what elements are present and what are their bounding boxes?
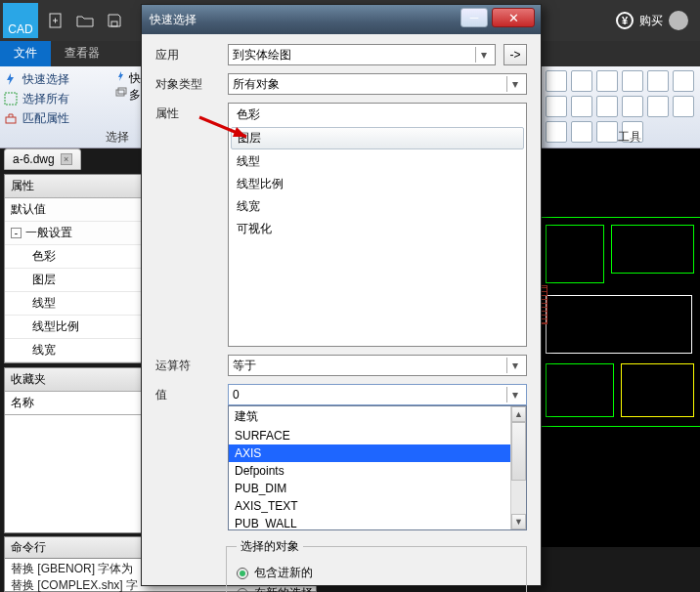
ribbon-match-props[interactable]: 匹配属性 xyxy=(4,108,141,128)
tool-button[interactable] xyxy=(622,96,643,117)
favorites-panel: 收藏夹 名称 xyxy=(4,367,147,533)
value-dropdown: 建筑 SURFACE AXIS Defpoints PUB_DIM AXIS_T… xyxy=(228,405,527,530)
favorites-name-col: 名称 xyxy=(5,392,146,415)
minimize-button[interactable]: ─ xyxy=(460,8,488,27)
attribute-item[interactable]: 线型比例 xyxy=(229,173,526,195)
save-icon[interactable] xyxy=(104,10,125,31)
collapse-icon[interactable]: - xyxy=(11,228,22,238)
bolt-icon xyxy=(115,70,129,84)
apply-go-button[interactable]: -> xyxy=(503,44,527,65)
prop-row[interactable]: 线宽 xyxy=(5,339,146,362)
apply-select[interactable]: 到实体绘图▾ xyxy=(228,44,496,65)
attribute-label: 属性 xyxy=(155,103,220,122)
prop-row[interactable]: 色彩 xyxy=(5,245,146,269)
group-legend: 选择的对象 xyxy=(237,538,303,555)
favorites-header: 收藏夹 xyxy=(5,368,146,392)
bolt-icon xyxy=(4,72,18,86)
ribbon-multi-short[interactable]: 多 xyxy=(115,87,141,104)
value-option[interactable]: Defpoints xyxy=(229,462,526,480)
select-objects-group: 选择的对象 包含进新的 在新的选择 xyxy=(226,538,527,592)
value-option[interactable]: 建筑 xyxy=(229,406,526,427)
tool-button[interactable] xyxy=(571,96,592,117)
prop-row[interactable]: 线型比例 xyxy=(5,316,146,339)
value-option[interactable]: AXIS_TEXT xyxy=(229,497,526,515)
prop-row[interactable]: 线型 xyxy=(5,292,146,316)
ribbon-quick-short[interactable]: 快 xyxy=(115,70,141,87)
new-file-icon[interactable] xyxy=(45,10,66,31)
currency-icon: ¥ xyxy=(616,12,634,29)
tool-button[interactable] xyxy=(673,70,694,92)
tool-button[interactable] xyxy=(647,96,669,117)
tab-file[interactable]: 文件 xyxy=(0,41,51,66)
tool-button[interactable] xyxy=(571,70,592,92)
tool-button[interactable] xyxy=(622,70,643,92)
value-option[interactable]: SURFACE xyxy=(229,427,526,444)
tool-button[interactable] xyxy=(546,121,567,143)
object-type-label: 对象类型 xyxy=(155,73,220,93)
quick-select-dialog: 快速选择 ─ ✕ 应用 到实体绘图▾ -> 对象类型 所有对象▾ 属性 色彩 图… xyxy=(141,4,542,586)
dialog-title: 快速选择 xyxy=(150,12,197,28)
radio-include-label: 包含进新的 xyxy=(254,565,313,581)
tool-button[interactable] xyxy=(571,121,592,143)
dialog-titlebar[interactable]: 快速选择 ─ ✕ xyxy=(142,5,541,34)
layers-icon xyxy=(115,87,129,101)
value-option-highlight[interactable]: AXIS xyxy=(229,444,526,462)
apply-label: 应用 xyxy=(155,44,220,63)
svg-rect-7 xyxy=(118,88,126,94)
scroll-down-icon[interactable]: ▼ xyxy=(511,514,526,529)
chevron-down-icon: ▾ xyxy=(506,387,522,402)
select-all-icon xyxy=(4,92,18,106)
tool-button[interactable] xyxy=(596,70,618,92)
scroll-up-icon[interactable]: ▲ xyxy=(511,406,526,422)
value-option[interactable]: PUB_WALL xyxy=(229,515,526,530)
value-select[interactable]: 0▾ 建筑 SURFACE AXIS Defpoints PUB_DIM AXI… xyxy=(228,384,527,405)
buy-label[interactable]: 购买 xyxy=(639,13,663,29)
attribute-list[interactable]: 色彩 图层 线型 线型比例 线宽 可视化 xyxy=(228,103,527,347)
dropdown-scrollbar[interactable]: ▲ ▼ xyxy=(510,406,526,529)
tool-button[interactable] xyxy=(673,96,694,117)
close-tab-icon[interactable]: × xyxy=(61,153,72,165)
tool-button[interactable] xyxy=(546,70,567,92)
svg-rect-4 xyxy=(5,93,17,105)
properties-panel: 属性 默认值 -一般设置 色彩 图层 线型 线型比例 线宽 xyxy=(4,174,147,363)
tool-button[interactable] xyxy=(546,96,567,117)
tool-button[interactable] xyxy=(647,70,669,92)
attribute-item-selected[interactable]: 图层 xyxy=(231,127,524,149)
open-file-icon[interactable] xyxy=(74,10,96,31)
chevron-down-icon: ▾ xyxy=(506,358,522,373)
operator-select[interactable]: 等于▾ xyxy=(228,355,527,376)
close-button[interactable]: ✕ xyxy=(492,8,535,27)
app-logo: CAD xyxy=(3,3,38,38)
chevron-down-icon: ▾ xyxy=(475,47,491,63)
attribute-item[interactable]: 线型 xyxy=(229,150,526,173)
operator-label: 运算符 xyxy=(155,355,220,374)
attribute-item[interactable]: 色彩 xyxy=(229,104,526,126)
radio-icon[interactable] xyxy=(237,568,248,579)
default-value-row[interactable]: 默认值 xyxy=(5,198,146,222)
tool-button[interactable] xyxy=(596,96,618,117)
attribute-item[interactable]: 线宽 xyxy=(229,195,526,218)
radio-new-row[interactable]: 在新的选择 xyxy=(237,585,516,592)
svg-rect-5 xyxy=(6,117,16,123)
tab-viewer[interactable]: 查看器 xyxy=(51,41,113,66)
radio-include-row[interactable]: 包含进新的 xyxy=(237,565,516,581)
value-option[interactable]: PUB_DIM xyxy=(229,480,526,497)
user-avatar[interactable] xyxy=(669,11,688,30)
object-type-select[interactable]: 所有对象▾ xyxy=(228,73,527,95)
value-label: 值 xyxy=(155,384,220,403)
attribute-item[interactable]: 可视化 xyxy=(229,218,526,240)
scroll-thumb[interactable] xyxy=(511,422,526,481)
document-tab[interactable]: a-6.dwg × xyxy=(4,148,81,170)
tool-button[interactable] xyxy=(596,121,618,143)
svg-rect-3 xyxy=(111,21,117,26)
match-icon xyxy=(4,111,18,125)
general-settings-row[interactable]: -一般设置 xyxy=(5,222,146,245)
svg-rect-6 xyxy=(116,90,124,96)
ribbon-group-tools-label: 工具 xyxy=(618,129,641,146)
ribbon-tools-grid xyxy=(520,70,694,143)
document-tab-label: a-6.dwg xyxy=(13,152,55,166)
ribbon-group-select-label: 选择 xyxy=(106,129,129,146)
prop-row[interactable]: 图层 xyxy=(5,269,146,292)
chevron-down-icon: ▾ xyxy=(506,76,522,92)
radio-icon[interactable] xyxy=(237,588,248,593)
